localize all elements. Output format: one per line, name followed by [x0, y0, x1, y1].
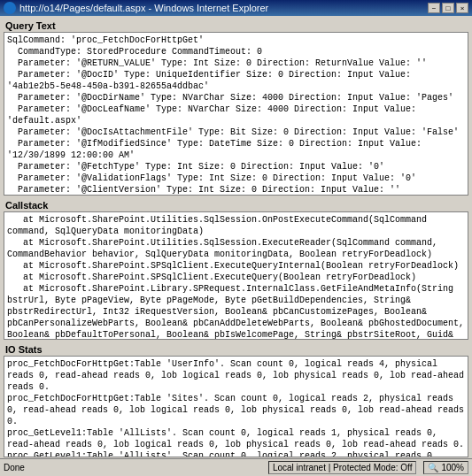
status-done: Done	[4, 463, 25, 472]
callstack-box[interactable]: at Microsoft.SharePoint.Utilities.SqlSes…	[4, 211, 468, 340]
query-text-section: Query Text SqlCommand: 'proc_FetchDocFor…	[4, 19, 468, 196]
query-text-title: Query Text	[4, 19, 468, 32]
status-bar: Done Local intranet | Protected Mode: Of…	[0, 458, 472, 476]
callstack-section: Callstack at Microsoft.SharePoint.Utilit…	[4, 199, 468, 340]
io-stats-box[interactable]: proc_FetchDocForHttpGet:Table 'UserInfo'…	[4, 356, 468, 457]
io-stats-section: IO Stats proc_FetchDocForHttpGet:Table '…	[4, 343, 468, 457]
zoom-icon: 🔍	[428, 463, 438, 472]
callstack-title: Callstack	[4, 199, 468, 211]
io-stats-title: IO Stats	[4, 343, 468, 356]
callstack-content: at Microsoft.SharePoint.Utilities.SqlSes…	[7, 214, 465, 340]
status-zone: Local intranet | Protected Mode: Off	[268, 461, 417, 474]
title-bar-left: http://o14/Pages/default.aspx - Windows …	[4, 2, 268, 14]
io-stats-content: proc_FetchDocForHttpGet:Table 'UserInfo'…	[7, 358, 465, 457]
close-button[interactable]: ×	[456, 3, 468, 13]
title-bar: http://o14/Pages/default.aspx - Windows …	[0, 0, 472, 16]
ie-icon	[4, 2, 16, 14]
status-right: Local intranet | Protected Mode: Off 🔍 1…	[268, 461, 468, 474]
status-zoom[interactable]: 🔍 100%	[423, 461, 468, 474]
zoom-level: 100%	[441, 463, 464, 472]
main-content: Query Text SqlCommand: 'proc_FetchDocFor…	[0, 16, 472, 458]
window-title: http://o14/Pages/default.aspx - Windows …	[19, 3, 268, 13]
query-text-box[interactable]: SqlCommand: 'proc_FetchDocForHttpGet' Co…	[4, 32, 468, 196]
title-bar-controls[interactable]: − □ ×	[428, 3, 468, 13]
query-text-content: SqlCommand: 'proc_FetchDocForHttpGet' Co…	[7, 35, 465, 196]
minimize-button[interactable]: −	[428, 3, 440, 13]
maximize-button[interactable]: □	[442, 3, 454, 13]
